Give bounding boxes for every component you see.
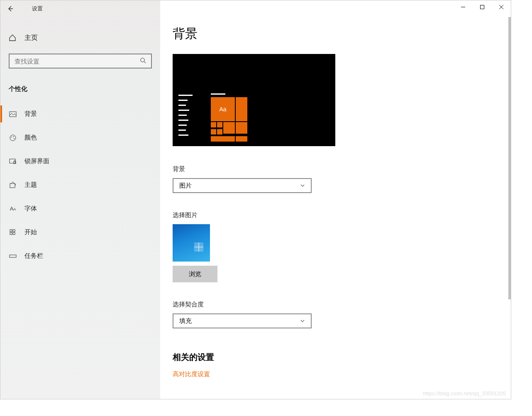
- nav-item-label: 锁屏界面: [24, 157, 49, 165]
- svg-point-6: [13, 136, 14, 137]
- fit-value: 填充: [179, 317, 192, 325]
- preview-tile-sample: Aa: [211, 97, 235, 121]
- category-title: 个性化: [0, 77, 160, 96]
- watermark: https://blog.csdn.net/qq_33591205: [423, 390, 506, 396]
- titlebar: 设置: [0, 0, 160, 17]
- maximize-button[interactable]: [473, 0, 492, 14]
- image-icon: [9, 110, 17, 118]
- background-type-dropdown[interactable]: 图片: [173, 178, 312, 193]
- nav-item-label: 背景: [24, 110, 37, 118]
- home-icon: [9, 34, 17, 42]
- svg-rect-11: [10, 230, 12, 232]
- desktop-preview: Aa: [173, 54, 335, 146]
- picture-thumbnail[interactable]: [173, 224, 210, 262]
- scrollbar[interactable]: [508, 17, 511, 299]
- content-area: 背景 Aa: [160, 0, 511, 399]
- home-button[interactable]: 主页: [0, 28, 160, 48]
- close-button[interactable]: [492, 0, 511, 14]
- nav-item-colors[interactable]: 颜色: [0, 126, 160, 149]
- nav-item-label: 字体: [24, 205, 37, 213]
- page-title: 背景: [173, 25, 498, 42]
- background-type-value: 图片: [179, 182, 192, 190]
- palette-icon: [9, 134, 17, 142]
- window-title: 设置: [32, 5, 43, 12]
- nav-item-label: 颜色: [24, 134, 37, 142]
- start-icon: [9, 229, 17, 236]
- search-icon: [140, 57, 146, 65]
- nav-list: 背景 颜色 锁屏界面 主题 AA 字体 开始: [0, 102, 160, 268]
- nav-item-background[interactable]: 背景: [0, 102, 160, 126]
- preview-tiles: Aa: [211, 97, 247, 142]
- browse-button[interactable]: 浏览: [173, 266, 217, 282]
- taskbar-icon: [9, 252, 17, 260]
- svg-rect-13: [10, 232, 12, 235]
- back-button[interactable]: [0, 0, 20, 17]
- search-input[interactable]: [15, 58, 140, 65]
- svg-rect-12: [13, 230, 15, 232]
- nav-item-start[interactable]: 开始: [0, 220, 160, 244]
- svg-point-4: [10, 135, 16, 141]
- nav-item-fonts[interactable]: AA 字体: [0, 197, 160, 220]
- search-input-wrap[interactable]: [9, 54, 152, 69]
- svg-rect-10: [10, 184, 15, 188]
- svg-rect-8: [10, 159, 15, 163]
- choose-picture-label: 选择图片: [173, 211, 498, 219]
- fit-dropdown[interactable]: 填充: [173, 313, 312, 328]
- svg-line-19: [499, 5, 503, 9]
- nav-item-taskbar[interactable]: 任务栏: [0, 244, 160, 268]
- svg-line-2: [144, 61, 146, 63]
- svg-rect-14: [13, 232, 15, 235]
- background-label: 背景: [173, 165, 498, 173]
- nav-item-lockscreen[interactable]: 锁屏界面: [0, 149, 160, 173]
- svg-rect-17: [481, 5, 484, 9]
- svg-rect-15: [10, 255, 16, 257]
- chevron-down-icon: [300, 182, 305, 189]
- svg-line-18: [499, 5, 503, 9]
- nav-item-themes[interactable]: 主题: [0, 173, 160, 197]
- nav-item-label: 开始: [24, 228, 37, 236]
- home-label: 主页: [24, 34, 38, 42]
- high-contrast-link[interactable]: 高对比度设置: [173, 370, 498, 378]
- lockscreen-icon: [9, 158, 17, 165]
- related-settings-title: 相关的设置: [173, 352, 498, 363]
- minimize-button[interactable]: [454, 0, 473, 14]
- nav-item-label: 任务栏: [24, 252, 43, 260]
- theme-icon: [9, 181, 17, 189]
- svg-point-1: [141, 58, 144, 62]
- chevron-down-icon: [300, 318, 305, 325]
- back-arrow-icon: [7, 5, 14, 12]
- preview-taskbar-lines: [178, 95, 193, 136]
- svg-point-7: [14, 138, 15, 139]
- nav-item-label: 主题: [24, 181, 37, 189]
- font-icon: AA: [9, 206, 17, 212]
- window-controls: [160, 0, 511, 17]
- sidebar: 设置 主页 个性化 背景 颜色: [0, 0, 160, 399]
- fit-label: 选择契合度: [173, 301, 498, 308]
- svg-point-5: [11, 137, 12, 137]
